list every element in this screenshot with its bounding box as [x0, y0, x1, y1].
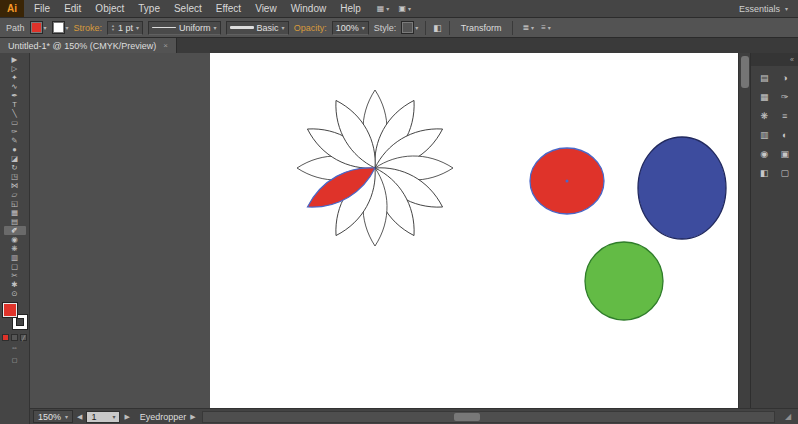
blob-brush-tool[interactable]: ●: [4, 145, 26, 154]
menu-select[interactable]: Select: [167, 0, 209, 17]
more-options-button[interactable]: ≡ ▾: [541, 23, 551, 32]
gradient-mode-icon[interactable]: [11, 334, 18, 341]
paintbrush-tool[interactable]: ✑: [4, 127, 26, 136]
zoom-tool[interactable]: ⊙: [4, 289, 26, 298]
chevron-down-icon: ▾: [66, 24, 69, 31]
layers-panel-icon[interactable]: ◧: [754, 166, 774, 180]
green-circle[interactable]: [585, 242, 663, 320]
scale-tool[interactable]: ◳: [4, 172, 26, 181]
stroke-color-control[interactable]: ▾: [52, 21, 69, 34]
menu-view[interactable]: View: [248, 0, 284, 17]
status-flyout-icon[interactable]: ▶: [190, 413, 195, 421]
opacity-link[interactable]: Opacity:: [294, 23, 327, 33]
illustrator-app-icon[interactable]: Ai: [0, 0, 24, 17]
gradient-tool[interactable]: ▤: [4, 217, 26, 226]
document-tab[interactable]: Untitled-1* @ 150% (CMYK/Preview) ×: [0, 38, 177, 53]
transform-button[interactable]: Transform: [457, 23, 506, 33]
stroke-weight-stepper[interactable]: ▲▼: [111, 24, 115, 32]
selection-tool[interactable]: ▶: [4, 55, 26, 64]
symbol-sprayer-tool[interactable]: ❋: [4, 244, 26, 253]
width-tool[interactable]: ⋈: [4, 181, 26, 190]
canvas-area[interactable]: [30, 53, 750, 408]
menu-file[interactable]: File: [27, 0, 57, 17]
blue-ellipse[interactable]: [638, 137, 726, 239]
graphic-styles-panel-icon[interactable]: ▣: [775, 147, 795, 161]
document-layout-button[interactable]: ▣ ▾: [398, 4, 411, 13]
spin-down-icon[interactable]: ▼: [111, 28, 115, 32]
pencil-tool[interactable]: ✎: [4, 136, 26, 145]
chevron-down-icon: ▾: [785, 5, 788, 12]
magic-wand-tool[interactable]: ✦: [4, 73, 26, 82]
dock-header[interactable]: «: [751, 53, 798, 66]
rotate-tool[interactable]: ↻: [4, 163, 26, 172]
fill-stroke-widget[interactable]: [3, 303, 27, 329]
eraser-tool[interactable]: ◪: [4, 154, 26, 163]
artboard-navigation-field[interactable]: 1 ▾: [86, 411, 120, 423]
zoom-level-control[interactable]: 150% ▾: [33, 410, 73, 423]
color-guide-panel-icon[interactable]: ◑: [775, 71, 795, 85]
menu-edit[interactable]: Edit: [57, 0, 88, 17]
stroke-swatch[interactable]: [13, 315, 27, 329]
swatches-panel-icon[interactable]: ▦: [754, 90, 774, 104]
workspace-switcher[interactable]: Essentials ▾: [739, 4, 788, 14]
next-artboard-button[interactable]: ▶: [124, 413, 129, 421]
horizontal-scrollbar-thumb[interactable]: [454, 413, 480, 421]
arrange-documents-button[interactable]: ▦ ▾: [377, 4, 390, 13]
previous-artboard-button[interactable]: ◀: [77, 413, 82, 421]
fill-color-control[interactable]: ▾: [30, 21, 47, 34]
chevron-down-icon: ▾: [112, 413, 115, 420]
menu-type[interactable]: Type: [131, 0, 167, 17]
eyedropper-tool[interactable]: ✐: [4, 226, 26, 235]
expand-panels-icon: «: [790, 56, 794, 63]
align-options-button[interactable]: ≣ ▾: [522, 23, 534, 32]
divider: [425, 21, 426, 35]
column-graph-tool[interactable]: ▥: [4, 253, 26, 262]
appearance-panel-icon[interactable]: ◉: [754, 147, 774, 161]
recolor-artwork-icon[interactable]: ◧: [433, 23, 442, 33]
pen-tool[interactable]: ✒: [4, 91, 26, 100]
direct-selection-tool[interactable]: ▷: [4, 64, 26, 73]
lasso-tool[interactable]: ∿: [4, 82, 26, 91]
fill-color-swatch[interactable]: [30, 21, 43, 34]
stroke-weight-control[interactable]: ▲▼ 1 pt ▾: [107, 21, 143, 35]
chevron-down-icon: ▾: [136, 24, 139, 31]
close-icon[interactable]: ×: [163, 41, 168, 50]
menu-effect[interactable]: Effect: [209, 0, 248, 17]
drawing-modes-button[interactable]: ▫▫: [6, 344, 24, 353]
none-mode-icon[interactable]: ╱: [20, 334, 27, 341]
artwork-svg[interactable]: [30, 53, 738, 408]
artboards-panel-icon[interactable]: ▢: [775, 166, 795, 180]
blend-tool[interactable]: ◉: [4, 235, 26, 244]
hand-tool[interactable]: ✱: [4, 280, 26, 289]
opacity-control[interactable]: 100% ▾: [332, 21, 369, 35]
line-segment-tool[interactable]: ╲: [4, 109, 26, 118]
width-profile-dropdown[interactable]: Uniform ▾: [148, 21, 221, 35]
symbols-panel-icon[interactable]: ❋: [754, 109, 774, 123]
color-mode-icon[interactable]: [2, 334, 9, 341]
style-dropdown[interactable]: ▾: [401, 21, 418, 34]
menu-help[interactable]: Help: [333, 0, 368, 17]
free-transform-tool[interactable]: ▱: [4, 190, 26, 199]
gradient-panel-icon[interactable]: ▥: [754, 128, 774, 142]
rectangle-tool[interactable]: ▭: [4, 118, 26, 127]
type-tool[interactable]: T: [4, 100, 26, 109]
zoom-value: 150%: [38, 412, 61, 422]
fill-swatch[interactable]: [3, 303, 17, 317]
screen-mode-button[interactable]: ▢: [6, 356, 24, 365]
stroke-color-swatch[interactable]: [52, 21, 65, 34]
brush-definition-dropdown[interactable]: Basic ▾: [226, 21, 289, 35]
menu-object[interactable]: Object: [88, 0, 131, 17]
stroke-panel-link[interactable]: Stroke:: [74, 23, 103, 33]
slice-tool[interactable]: ✂: [4, 271, 26, 280]
menu-window[interactable]: Window: [284, 0, 334, 17]
mesh-tool[interactable]: ▦: [4, 208, 26, 217]
artboard-tool[interactable]: ▢: [4, 262, 26, 271]
color-panel-icon[interactable]: ▤: [754, 71, 774, 85]
vertical-scrollbar-thumb[interactable]: [741, 56, 749, 88]
transparency-panel-icon[interactable]: ◐: [775, 128, 795, 142]
brushes-panel-icon[interactable]: ✑: [775, 90, 795, 104]
stroke-panel-icon[interactable]: ≡: [775, 109, 795, 123]
vertical-scrollbar[interactable]: [738, 53, 750, 408]
shape-builder-tool[interactable]: ◱: [4, 199, 26, 208]
horizontal-scrollbar[interactable]: [202, 411, 775, 423]
